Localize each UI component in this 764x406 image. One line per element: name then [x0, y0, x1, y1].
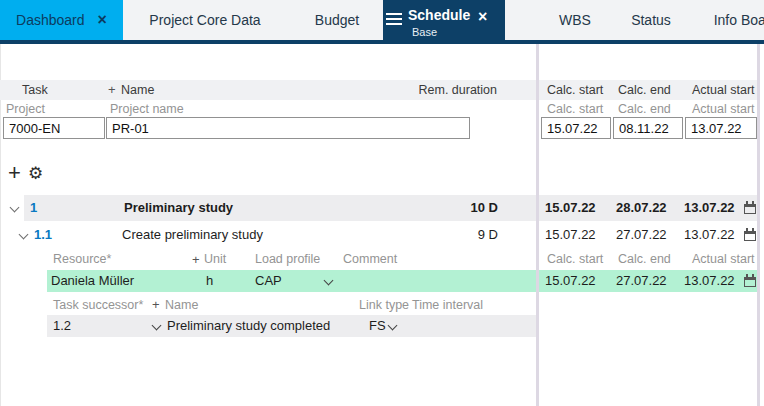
- col-header-time-interval: Time interval: [412, 296, 483, 314]
- col-header-task-successor: Task successor*: [53, 296, 143, 314]
- chevron-down-icon[interactable]: [388, 321, 398, 331]
- add-column-icon[interactable]: +: [108, 80, 116, 100]
- resource-row-dates: 15.07.22 27.07.22 13.07.22: [539, 270, 757, 292]
- task-name[interactable]: Create preliminary study: [122, 223, 263, 247]
- project-label-row-right: Calc. start Calc. end Actual start: [539, 100, 757, 118]
- project-name-field[interactable]: [106, 117, 470, 139]
- chevron-down-icon[interactable]: [324, 276, 334, 286]
- calendar-icon[interactable]: [744, 277, 756, 287]
- task-calc-start[interactable]: 15.07.22: [545, 195, 596, 221]
- tabbar-bottom-strip: [0, 40, 764, 44]
- actual-start-label: Actual start: [692, 100, 755, 118]
- project-calc-end-field[interactable]: [613, 117, 683, 139]
- resource-calc-start[interactable]: 15.07.22: [545, 270, 596, 292]
- tab-schedule[interactable]: Schedule × Base: [383, 0, 505, 44]
- col-header-calc-start: Calc. start: [547, 250, 603, 269]
- collapse-task-1-icon[interactable]: [10, 203, 20, 213]
- table-header-right: Calc. start Calc. end Actual start: [539, 80, 757, 100]
- task-number[interactable]: 1.1: [34, 223, 52, 247]
- tab-project-core-data-label: Project Core Data: [149, 12, 260, 28]
- project-calc-start-field[interactable]: [541, 117, 611, 139]
- project-actual-start-field[interactable]: [685, 117, 757, 139]
- project-id-field[interactable]: [3, 117, 105, 139]
- tab-dashboard-label: Dashboard: [16, 12, 85, 28]
- col-header-name: Name: [121, 80, 154, 100]
- task-actual-start[interactable]: 13.07.22: [684, 195, 735, 221]
- task-row-1-1[interactable]: 1.1 Create preliminary study 9 D: [24, 223, 536, 247]
- task-name[interactable]: Preliminary study: [124, 195, 233, 221]
- resource-calc-end[interactable]: 27.07.22: [616, 270, 667, 292]
- resource-row[interactable]: Daniela Müller h CAP: [47, 270, 536, 292]
- task-row-1-1-dates: 15.07.22 27.07.22 13.07.22: [539, 223, 757, 247]
- task-calc-start[interactable]: 15.07.22: [545, 223, 596, 247]
- tab-budget-label: Budget: [315, 12, 359, 28]
- resource-load-profile[interactable]: CAP: [255, 270, 282, 292]
- calendar-icon[interactable]: [744, 204, 756, 214]
- task-calc-end[interactable]: 28.07.22: [616, 195, 667, 221]
- task-row-1[interactable]: 1 Preliminary study 10 D: [24, 195, 536, 221]
- task-actual-start[interactable]: 13.07.22: [684, 223, 735, 247]
- col-header-actual-start: Actual start: [692, 80, 755, 100]
- tab-wbs-label: WBS: [559, 12, 591, 28]
- calc-end-label: Calc. end: [618, 100, 671, 118]
- col-header-load-profile: Load profile: [255, 250, 320, 269]
- resource-header-row: Resource* + Unit Load profile Comment: [0, 250, 536, 269]
- tab-info-board-label: Info Board: [714, 12, 764, 28]
- project-label-row: Project Project name: [0, 100, 536, 118]
- calendar-icon[interactable]: [744, 231, 756, 241]
- resource-name[interactable]: Daniela Müller: [51, 270, 134, 292]
- tab-schedule-label: Schedule: [408, 7, 470, 23]
- successor-task-number[interactable]: 1.2: [53, 315, 71, 337]
- col-header-successor-name: Name: [165, 296, 198, 314]
- resource-header-row-right: Calc. start Calc. end Actual start: [539, 250, 757, 269]
- tab-schedule-sublabel: Base: [412, 26, 437, 38]
- tab-budget[interactable]: Budget: [287, 0, 387, 40]
- successor-name[interactable]: Preliminary study completed: [167, 315, 330, 337]
- add-task-button[interactable]: +: [8, 162, 21, 184]
- col-header-resource: Resource*: [53, 250, 111, 269]
- successor-header-row: Task successor* + Name Link type Time in…: [0, 296, 536, 314]
- task-row-1-dates: 15.07.22 28.07.22 13.07.22: [539, 195, 757, 221]
- add-successor-column-icon[interactable]: +: [152, 296, 160, 314]
- hamburger-menu-icon[interactable]: [386, 13, 402, 25]
- resource-actual-start[interactable]: 13.07.22: [684, 270, 735, 292]
- tab-project-core-data[interactable]: Project Core Data: [123, 0, 287, 40]
- col-header-task: Task: [22, 80, 48, 100]
- col-header-calc-start: Calc. start: [547, 80, 603, 100]
- chevron-down-icon[interactable]: [152, 321, 162, 331]
- task-calc-end[interactable]: 27.07.22: [616, 223, 667, 247]
- col-header-unit: Unit: [204, 250, 226, 269]
- tab-status-label: Status: [631, 12, 671, 28]
- col-header-actual-start: Actual start: [692, 250, 755, 269]
- tab-info-board[interactable]: Info Board: [691, 0, 764, 40]
- successor-link-type[interactable]: FS: [369, 315, 386, 337]
- add-resource-column-icon[interactable]: +: [192, 250, 200, 269]
- tab-status[interactable]: Status: [611, 0, 691, 40]
- successor-row[interactable]: 1.2 Preliminary study completed FS: [47, 315, 536, 337]
- tab-dashboard[interactable]: Dashboard ×: [0, 0, 123, 40]
- col-header-calc-end: Calc. end: [618, 250, 671, 269]
- tab-bar: Dashboard × Project Core Data Budget Sch…: [0, 0, 764, 44]
- project-name-label: Project name: [110, 100, 184, 118]
- task-rem-duration[interactable]: 10 D: [471, 195, 498, 221]
- col-header-calc-end: Calc. end: [618, 80, 671, 100]
- right-pane-border: [757, 44, 760, 406]
- close-icon[interactable]: ×: [478, 9, 487, 25]
- resource-unit[interactable]: h: [206, 270, 213, 292]
- task-number[interactable]: 1: [30, 195, 37, 221]
- col-header-comment: Comment: [343, 250, 397, 269]
- task-rem-duration[interactable]: 9 D: [478, 223, 498, 247]
- col-header-rem-duration: Rem. duration: [418, 80, 497, 100]
- close-icon[interactable]: ×: [98, 12, 107, 28]
- col-header-link-type: Link type: [359, 296, 409, 314]
- project-label: Project: [6, 100, 45, 118]
- calc-start-label: Calc. start: [547, 100, 603, 118]
- table-header-left: Task + Name Rem. duration: [0, 80, 536, 100]
- gear-icon[interactable]: ⚙: [28, 165, 43, 182]
